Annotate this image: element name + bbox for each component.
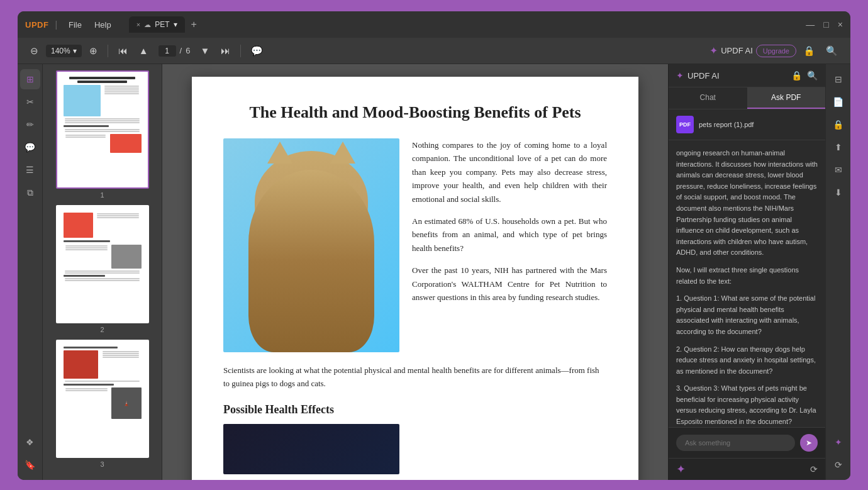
pdf-para2: An estimated 68% of U.S. households own … (412, 214, 607, 255)
nav-group2: ▼ ⏭ (196, 43, 234, 58)
ai-logo-icon: ✦ (709, 45, 718, 57)
pdf-bottom-image (223, 424, 399, 474)
title-bar: UPDF | File Help × ☁ PET ▾ + — □ × (18, 11, 850, 38)
ai-label: UPDF AI (721, 46, 753, 55)
ai-panel-title: UPDF AI (687, 71, 787, 81)
tab-chat[interactable]: Chat (669, 87, 747, 109)
title-separator: | (55, 19, 57, 30)
ai-tabs: Chat Ask PDF (669, 87, 825, 109)
ai-header-icons: 🔒 🔍 (791, 70, 818, 81)
pdf-title: The Health and Mood-Boosting Benefits of… (223, 102, 607, 123)
sidebar-icon-edit[interactable]: ✏ (20, 114, 40, 135)
tab-upload-icon: ☁ (144, 21, 151, 29)
main-content: ⊞ ✂ ✏ 💬 ☰ ⧉ ❖ 🔖 (18, 64, 850, 480)
ai-input-field[interactable] (676, 435, 795, 451)
maximize-button[interactable]: □ (823, 20, 828, 29)
tab-dropdown-icon: ▾ (174, 20, 177, 29)
search-button[interactable]: 🔍 (822, 43, 842, 59)
right-icon-thumbnail[interactable]: ⊟ (828, 69, 849, 89)
zoom-dropdown-icon: ▾ (73, 47, 77, 55)
thumb-num-1: 1 (100, 191, 104, 199)
ai-lock-icon[interactable]: 🔒 (791, 70, 802, 81)
tab-close-icon[interactable]: × (136, 21, 140, 28)
zoom-in-button[interactable]: ⊕ (86, 43, 101, 59)
app-window: UPDF | File Help × ☁ PET ▾ + — □ × ⊖ 140… (18, 11, 850, 480)
comment-button[interactable]: 💬 (247, 43, 267, 59)
menu-file[interactable]: File (64, 18, 87, 32)
tab-pet[interactable]: × ☁ PET ▾ (129, 16, 185, 33)
thumbnail-3[interactable]: 🗼 3 (49, 340, 155, 468)
ai-panel-header: ✦ UPDF AI 🔒 🔍 (669, 64, 825, 87)
cat-ear-left (267, 142, 292, 164)
pdf-para4: Scientists are looking at what the poten… (223, 364, 607, 391)
menu-help[interactable]: Help (89, 18, 116, 32)
ai-send-button[interactable]: ➤ (800, 434, 818, 452)
sidebar-icon-comment[interactable]: 💬 (20, 137, 40, 157)
page-total: 6 (186, 46, 190, 55)
ai-response-text: ongoing research on human-animal interac… (676, 148, 818, 259)
right-icon-email[interactable]: ✉ (828, 160, 849, 180)
app-logo: UPDF (25, 20, 48, 30)
ai-question2: 2. Question 2: How can therapy dogs help… (676, 344, 818, 377)
ai-chat-body: ongoing research on human-animal interac… (669, 140, 825, 427)
tab-ask-pdf[interactable]: Ask PDF (747, 87, 826, 109)
sidebar-icon-grid[interactable]: ⊞ (20, 69, 40, 89)
right-icon-pages[interactable]: 📄 (828, 92, 849, 112)
thumb-img-3: 🗼 (56, 340, 149, 458)
pdf-section-title: Possible Health Effects (223, 403, 607, 416)
next-page-button[interactable]: ▼ (196, 43, 213, 58)
tab-add-button[interactable]: + (187, 18, 201, 31)
pdf-viewer[interactable]: The Health and Mood-Boosting Benefits of… (162, 64, 668, 480)
cat-ear-right (330, 142, 355, 164)
cat-body (248, 170, 374, 352)
pdf-text-column: Nothing compares to the joy of coming ho… (412, 138, 607, 352)
thumb-num-2: 2 (100, 326, 104, 333)
sidebar-icon-bookmark[interactable]: 🔖 (20, 455, 40, 475)
window-controls: — □ × (806, 20, 843, 29)
zoom-control[interactable]: 140% ▾ (46, 45, 82, 57)
nav-group: ⏮ ▲ (114, 43, 152, 58)
right-icon-download[interactable]: ⬇ (828, 182, 849, 203)
right-icon-history[interactable]: ⟳ (828, 455, 849, 475)
last-page-button[interactable]: ⏭ (217, 43, 234, 58)
ai-input-row: ➤ (669, 427, 825, 458)
thumbnail-panel: 1 (43, 64, 162, 480)
right-icon-security[interactable]: 🔒 (828, 114, 849, 135)
lock-icon[interactable]: 🔒 (799, 43, 819, 59)
right-icon-ai[interactable]: ✦ (828, 432, 849, 452)
upgrade-button[interactable]: Upgrade (756, 45, 796, 57)
sidebar-icon-layers[interactable]: ❖ (20, 432, 40, 452)
thumb-img-2 (56, 205, 149, 323)
minimize-button[interactable]: — (806, 20, 815, 29)
sidebar-icon-form[interactable]: ☰ (20, 160, 40, 180)
tab-bar: × ☁ PET ▾ + (129, 16, 800, 33)
sidebar-icon-crop[interactable]: ✂ (20, 92, 40, 112)
ai-sparkle-icon[interactable]: ✦ (676, 462, 686, 476)
pdf-content-row: Nothing compares to the joy of coming ho… (223, 138, 607, 352)
first-page-button[interactable]: ⏮ (114, 43, 131, 58)
sidebar-icon-pages[interactable]: ⧉ (20, 182, 40, 203)
thumb-img-1 (56, 70, 149, 189)
ai-history-icon[interactable]: ⟳ (810, 464, 818, 474)
left-sidebar: ⊞ ✂ ✏ 💬 ☰ ⧉ ❖ 🔖 (18, 64, 43, 480)
ai-file-row: PDF pets report (1).pdf (669, 109, 825, 140)
zoom-value: 140% (51, 47, 70, 55)
cat-image (223, 138, 399, 352)
ai-file-icon: PDF (676, 116, 694, 133)
menu-bar: File Help (64, 18, 116, 32)
ai-question3: 3. Question 3: What types of pets might … (676, 383, 818, 427)
close-button[interactable]: × (838, 20, 843, 29)
ai-questions-intro: Now, I will extract three single questio… (676, 265, 818, 287)
ai-search-icon[interactable]: 🔍 (807, 70, 818, 81)
prev-page-button[interactable]: ▲ (135, 43, 152, 58)
zoom-group: ⊖ 140% ▾ ⊕ (26, 43, 101, 59)
ai-question1: 1. Question 1: What are some of the pote… (676, 293, 818, 337)
right-icon-share[interactable]: ⬆ (828, 137, 849, 157)
page-number-input[interactable] (159, 45, 176, 57)
zoom-out-button[interactable]: ⊖ (26, 43, 42, 59)
thumbnail-2[interactable]: 2 (49, 205, 155, 333)
ai-panel-logo: ✦ (676, 70, 684, 81)
pdf-para3: Over the past 10 years, NIH has partnere… (412, 264, 607, 304)
pdf-para1: Nothing compares to the joy of coming ho… (412, 138, 607, 206)
thumbnail-1[interactable]: 1 (49, 70, 155, 199)
